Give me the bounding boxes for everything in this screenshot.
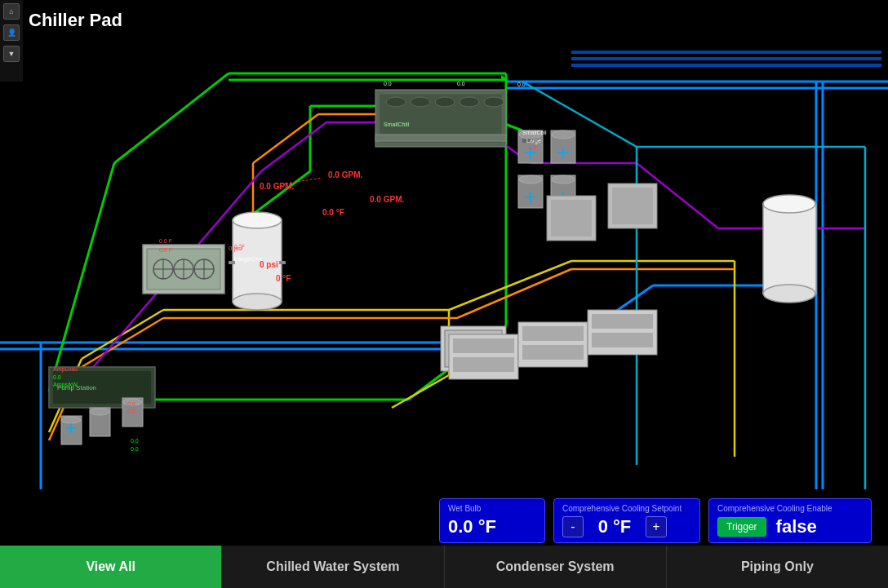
svg-text:LargeChil: LargeChil bbox=[234, 255, 262, 263]
gpm3-label: 0.0 GPM. bbox=[260, 182, 294, 191]
gpm2-label: 0.0 GPM. bbox=[370, 195, 404, 204]
person-icon[interactable]: 👤 bbox=[3, 24, 20, 41]
home-icon[interactable]: ⌂ bbox=[3, 3, 20, 20]
trigger-button[interactable]: Trigger bbox=[717, 517, 766, 537]
svg-text:0.0: 0.0 bbox=[529, 144, 537, 150]
psi1-label: 0 psi bbox=[260, 260, 278, 269]
svg-rect-57 bbox=[375, 135, 506, 141]
svg-point-83 bbox=[763, 285, 815, 303]
svg-text:0.0: 0.0 bbox=[131, 446, 139, 452]
setpoint-label: Comprehensive Cooling Setpoint bbox=[562, 504, 691, 513]
wet-bulb-value: 0.0 °F bbox=[448, 516, 536, 537]
svg-point-115 bbox=[90, 409, 109, 415]
app-title: Chiller Pad bbox=[29, 10, 122, 31]
svg-line-142 bbox=[286, 178, 322, 183]
svg-rect-92 bbox=[522, 345, 584, 360]
svg-rect-119 bbox=[551, 200, 592, 237]
svg-line-11 bbox=[114, 73, 229, 163]
setpoint-value: 0 °F bbox=[590, 516, 639, 537]
svg-text:0.0: 0.0 bbox=[53, 374, 61, 380]
bottom-panels: Wet Bulb 0.0 °F Comprehensive Cooling Se… bbox=[0, 498, 888, 543]
nav-chilled-water[interactable]: Chilled Water System bbox=[222, 546, 444, 588]
svg-text:0 °F: 0 °F bbox=[234, 244, 245, 250]
svg-point-111 bbox=[61, 417, 81, 423]
svg-rect-88 bbox=[453, 338, 514, 353]
cooling-enable-panel: Comprehensive Cooling Enable Trigger fal… bbox=[708, 498, 872, 543]
svg-point-56 bbox=[484, 97, 504, 107]
svg-line-21 bbox=[449, 261, 571, 310]
svg-point-54 bbox=[435, 97, 455, 107]
cooling-setpoint-panel: Comprehensive Cooling Setpoint - 0 °F + bbox=[553, 498, 700, 543]
setpoint-minus-button[interactable]: - bbox=[562, 516, 584, 537]
nav-view-all[interactable]: View All bbox=[0, 546, 222, 588]
degf1-label: 0.0 °F bbox=[322, 208, 344, 217]
svg-rect-89 bbox=[453, 357, 514, 372]
svg-point-78 bbox=[233, 294, 282, 310]
svg-rect-121 bbox=[612, 188, 653, 224]
svg-text:0.0: 0.0 bbox=[127, 409, 135, 414]
svg-rect-80 bbox=[279, 261, 286, 264]
degf2-label: 0 °F bbox=[276, 274, 291, 283]
enable-controls: Trigger false bbox=[717, 516, 863, 537]
svg-line-12 bbox=[49, 163, 114, 391]
diagram-area: SmallChill bbox=[0, 0, 888, 534]
svg-rect-91 bbox=[522, 326, 584, 341]
svg-point-67 bbox=[552, 175, 575, 183]
svg-line-27 bbox=[392, 375, 449, 408]
setpoint-plus-button[interactable]: + bbox=[646, 516, 667, 537]
nav-piping-only[interactable]: Piping Only bbox=[667, 546, 888, 588]
svg-line-41 bbox=[261, 122, 326, 171]
wet-bulb-panel: Wet Bulb 0.0 °F bbox=[439, 498, 545, 543]
sidebar: ⌂ 👤 ▼ bbox=[0, 0, 23, 82]
svg-text:0.0 F: 0.0 F bbox=[159, 247, 172, 253]
svg-rect-95 bbox=[592, 333, 653, 347]
svg-point-52 bbox=[386, 97, 406, 107]
svg-rect-94 bbox=[592, 314, 653, 329]
svg-point-63 bbox=[552, 130, 575, 139]
svg-text:AmpLoad: AmpLoad bbox=[53, 366, 78, 373]
svg-text:SmallChil: SmallChil bbox=[522, 130, 547, 135]
setpoint-controls: - 0 °F + bbox=[562, 516, 691, 537]
wet-bulb-label: Wet Bulb bbox=[448, 504, 536, 513]
down-icon[interactable]: ▼ bbox=[3, 46, 20, 62]
svg-point-55 bbox=[460, 97, 479, 107]
svg-text:0.0: 0.0 bbox=[127, 401, 135, 407]
svg-point-77 bbox=[233, 212, 282, 228]
svg-text:Amps/kW: Amps/kW bbox=[53, 382, 78, 388]
enable-label: Comprehensive Cooling Enable bbox=[717, 504, 863, 513]
svg-text:0.0 F: 0.0 F bbox=[159, 238, 172, 244]
svg-text:SmallChill: SmallChill bbox=[384, 122, 410, 127]
gpm1-label: 0.0 GPM. bbox=[328, 170, 362, 179]
svg-point-53 bbox=[411, 97, 430, 107]
enable-value: false bbox=[776, 516, 817, 537]
bottom-nav: View All Chilled Water System Condenser … bbox=[0, 546, 888, 588]
svg-text:0.0: 0.0 bbox=[384, 81, 392, 86]
svg-line-29 bbox=[457, 269, 571, 318]
svg-line-34 bbox=[253, 114, 318, 163]
svg-point-82 bbox=[763, 195, 815, 213]
svg-rect-81 bbox=[763, 204, 816, 294]
svg-text:0.0: 0.0 bbox=[457, 81, 465, 86]
nav-condenser[interactable]: Condenser System bbox=[445, 546, 667, 588]
svg-text:Large: Large bbox=[526, 138, 541, 144]
svg-text:0.0: 0.0 bbox=[131, 438, 139, 444]
svg-point-65 bbox=[519, 175, 542, 183]
